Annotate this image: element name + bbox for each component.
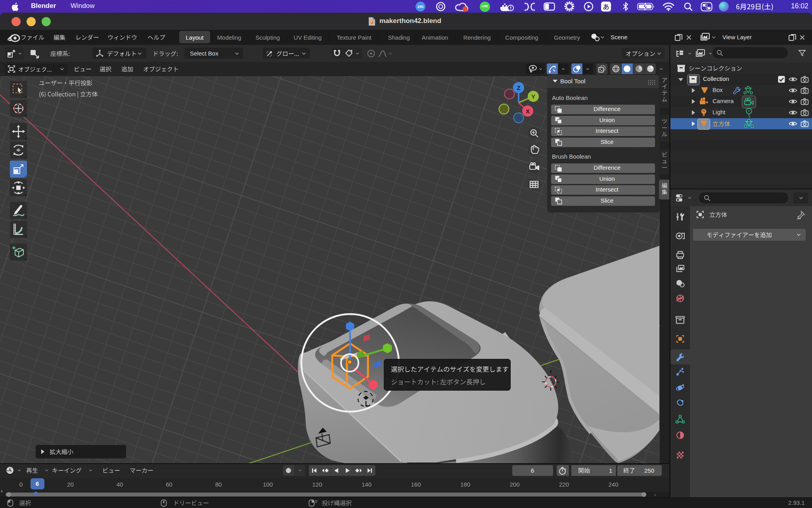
- svg-text:X: X: [526, 108, 530, 115]
- svg-text:Z: Z: [517, 84, 520, 91]
- svg-text:Y: Y: [531, 93, 535, 100]
